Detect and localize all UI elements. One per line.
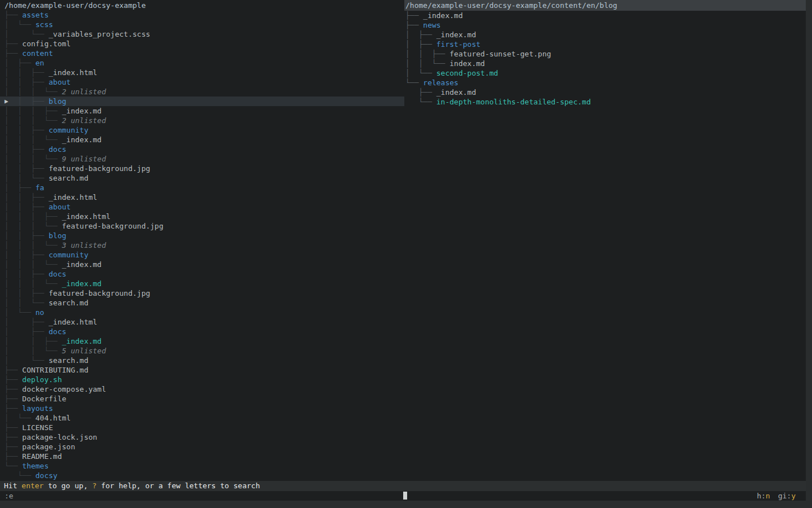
left-panel-input[interactable]: :e — [5, 491, 14, 501]
tree-row[interactable]: │ ├── _index.html — [0, 317, 404, 327]
entry-name[interactable]: 404.html — [36, 414, 71, 422]
tree-row[interactable]: │ │ │ └── featured-background.jpg — [0, 221, 404, 231]
entry-name[interactable]: about — [48, 78, 70, 86]
entry-name[interactable]: docsy — [36, 471, 58, 480]
entry-name[interactable]: deploy.sh — [22, 375, 61, 384]
entry-name[interactable]: package-lock.json — [22, 433, 97, 441]
entry-name[interactable]: docs — [48, 145, 66, 154]
tree-row[interactable]: │ │ ├── about — [0, 202, 404, 212]
entry-name[interactable]: _index.md — [436, 88, 476, 97]
tree-row[interactable]: ├── CONTRIBUTING.md — [0, 365, 404, 375]
entry-name[interactable]: in-depth-monoliths-detailed-spec.md — [436, 98, 591, 106]
entry-name[interactable]: content — [22, 49, 53, 58]
tree-row[interactable]: │ └── second-post.md — [404, 68, 806, 78]
tree-row[interactable]: ├── package.json — [0, 442, 404, 452]
tree-row[interactable]: ├── content — [0, 49, 404, 58]
entry-name[interactable]: _index.html — [48, 68, 97, 77]
tree-row[interactable]: │ │ ├── community — [0, 250, 404, 260]
tree-row[interactable]: │ ├── first-post — [404, 40, 806, 49]
tree-row[interactable]: │ │ │ └── _index.md — [0, 279, 404, 288]
entry-name[interactable]: news — [423, 21, 440, 29]
tree-row[interactable]: │ ├── en — [0, 58, 404, 68]
entry-name[interactable]: assets — [22, 11, 48, 19]
entry-name[interactable]: releases — [423, 78, 458, 87]
entry-name[interactable]: scss — [36, 20, 53, 29]
entry-name[interactable]: _index.md — [62, 260, 102, 269]
entry-name[interactable]: search.md — [48, 299, 88, 307]
tree-row[interactable]: │ │ │ └── 9 unlisted — [0, 154, 404, 164]
tree-row[interactable]: ▶│ │ ├── blog — [0, 97, 404, 106]
tree-row[interactable]: └── docsy — [0, 471, 404, 480]
tree-row[interactable]: ├── docker-compose.yaml — [0, 384, 404, 394]
entry-name[interactable]: _index.md — [62, 135, 102, 144]
entry-name[interactable]: docs — [48, 270, 66, 278]
entry-name[interactable]: Dockerfile — [22, 395, 66, 403]
entry-name[interactable]: docker-compose.yaml — [22, 385, 106, 393]
tree-row[interactable]: │ │ ├── _index.html — [0, 68, 404, 77]
tree-row[interactable]: │ │ ├── community — [0, 125, 404, 135]
tree-row[interactable]: ├── layouts — [0, 404, 404, 413]
tree-row[interactable]: │ │ ├── docs — [0, 269, 404, 279]
tree-row[interactable]: ├── LICENSE — [0, 423, 404, 432]
entry-name[interactable]: community — [48, 126, 88, 134]
entry-name[interactable]: index.md — [449, 59, 485, 68]
entry-name[interactable]: search.md — [48, 174, 88, 182]
tree-row[interactable]: │ │ ├── _index.md — [0, 336, 404, 346]
entry-name[interactable]: config.toml — [22, 40, 70, 48]
tree-row[interactable]: │ └── search.md — [0, 356, 404, 365]
entry-name[interactable]: featured-background.jpg — [48, 289, 150, 297]
entry-name[interactable]: _variables_project.scss — [48, 30, 150, 38]
tree-row[interactable]: │ └── no — [0, 308, 404, 317]
entry-name[interactable]: fa — [36, 183, 45, 192]
entry-name[interactable]: first-post — [436, 40, 480, 49]
tree-row[interactable]: ├── deploy.sh — [0, 375, 404, 384]
tree-row[interactable]: ├── config.toml — [0, 39, 404, 49]
tree-row[interactable]: │ │ └── search.md — [0, 298, 404, 308]
entry-name[interactable]: featured-sunset-get.png — [449, 50, 551, 58]
entry-name[interactable]: search.md — [48, 356, 88, 365]
entry-name[interactable]: _index.html — [48, 318, 97, 326]
entry-name[interactable]: _index.md — [423, 11, 462, 20]
tree-row[interactable]: ├── _index.md — [404, 11, 806, 20]
tree-row[interactable]: │ │ │ └── _index.md — [0, 260, 404, 269]
entry-name[interactable]: blog — [48, 231, 66, 240]
tree-row[interactable]: │ ├── _index.md — [404, 30, 806, 40]
entry-name[interactable]: _index.md — [62, 337, 102, 345]
entry-name[interactable]: _index.html — [48, 193, 97, 202]
tree-row[interactable]: │ │ ├── about — [0, 77, 404, 87]
tree-row[interactable]: │ │ ├── docs — [0, 144, 404, 154]
entry-name[interactable]: second-post.md — [436, 69, 498, 77]
entry-name[interactable]: blog — [48, 97, 66, 106]
entry-name[interactable]: README.md — [22, 452, 61, 461]
tree-row[interactable]: ├── news — [404, 20, 806, 30]
tree-row[interactable]: │ │ │ └── 2 unlisted — [0, 116, 404, 125]
tree-row[interactable]: ├── assets — [0, 10, 404, 20]
tree-row[interactable]: │ └── 404.html — [0, 413, 404, 423]
tree-row[interactable]: │ │ └── 5 unlisted — [0, 346, 404, 356]
entry-name[interactable]: _index.md — [62, 279, 102, 288]
tree-row[interactable]: │ └── scss — [0, 20, 404, 29]
tree-row[interactable]: │ │ └── index.md — [404, 59, 806, 68]
tree-row[interactable]: │ │ ├── _index.html — [0, 192, 404, 202]
entry-name[interactable]: layouts — [22, 404, 53, 413]
tree-row[interactable]: │ ├── docs — [0, 327, 404, 336]
entry-name[interactable]: _index.md — [436, 30, 476, 39]
entry-name[interactable]: LICENSE — [22, 423, 53, 432]
entry-name[interactable]: package.json — [22, 443, 75, 451]
tree-row[interactable]: │ │ │ ├── _index.html — [0, 212, 404, 221]
tree-row[interactable]: ├── _index.md — [404, 87, 806, 97]
entry-name[interactable]: en — [36, 59, 45, 67]
tree-row[interactable]: │ │ │ └── 2 unlisted — [0, 87, 404, 97]
entry-name[interactable]: featured-background.jpg — [62, 222, 164, 230]
entry-name[interactable]: themes — [22, 462, 48, 470]
tree-row[interactable]: │ └── _variables_project.scss — [0, 29, 404, 39]
tree-row[interactable]: └── releases — [404, 78, 806, 87]
entry-name[interactable]: docs — [48, 327, 66, 336]
entry-name[interactable]: community — [48, 251, 88, 259]
tree-row[interactable]: ├── Dockerfile — [0, 394, 404, 404]
tree-row[interactable]: │ │ │ └── _index.md — [0, 135, 404, 144]
tree-row[interactable]: │ │ ├── featured-sunset-get.png — [404, 49, 806, 59]
tree-row[interactable]: │ │ ├── featured-background.jpg — [0, 164, 404, 173]
tree-row[interactable]: └── themes — [0, 461, 404, 471]
entry-name[interactable]: _index.md — [62, 107, 102, 115]
